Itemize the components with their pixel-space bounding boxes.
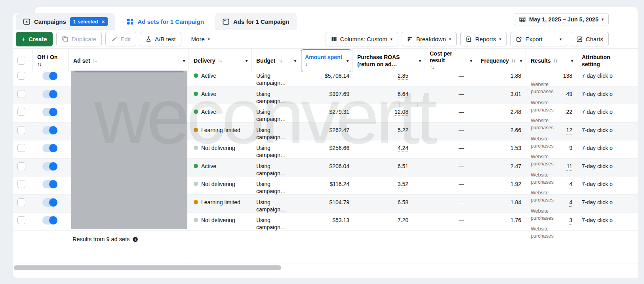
row-checkbox[interactable] xyxy=(17,108,25,116)
attribution-cell: 7-day click o xyxy=(577,213,638,240)
roas-value[interactable]: 5.22 xyxy=(398,127,408,134)
roas-value[interactable]: 6.64 xyxy=(398,91,408,98)
results-value[interactable]: 9 xyxy=(569,144,572,152)
ab-test-button[interactable]: A/B test xyxy=(140,32,181,46)
results-value[interactable]: 138 xyxy=(563,72,572,80)
on-off-toggle[interactable] xyxy=(42,90,57,98)
header-results[interactable]: Results↑↓ ▾ xyxy=(526,49,577,73)
budget-label: Budget xyxy=(256,58,275,64)
row-checkbox[interactable] xyxy=(17,144,25,152)
toolbar-right: Columns: Custom ▾ Breakdown ▾ Reports ▾ xyxy=(326,32,609,46)
chevron-down-icon: ▾ xyxy=(391,37,392,41)
on-off-toggle[interactable] xyxy=(42,162,57,171)
chevron-down-icon[interactable]: ▾ xyxy=(347,58,349,64)
chevron-down-icon[interactable]: ▾ xyxy=(470,58,472,64)
delivery-status: Learning limited xyxy=(201,199,240,206)
on-off-toggle[interactable] xyxy=(42,216,57,225)
more-button[interactable]: More ▾ xyxy=(188,32,213,46)
roas-value[interactable]: 2.85 xyxy=(398,73,408,80)
reports-button[interactable]: Reports ▾ xyxy=(460,32,507,46)
on-off-toggle[interactable] xyxy=(42,126,57,134)
header-purchase-roas[interactable]: Purchase ROAS (return on ad… ▾ xyxy=(352,49,425,73)
header-attribution[interactable]: Attribution setting xyxy=(577,49,638,73)
charts-label: Charts xyxy=(586,36,603,42)
on-off-toggle[interactable] xyxy=(42,108,57,116)
roas-value[interactable]: 3.52 xyxy=(398,181,408,188)
delivery-status-dot xyxy=(194,182,198,186)
header-off-on[interactable]: Off / On ↑↓ xyxy=(32,49,69,73)
duplicate-icon xyxy=(62,36,69,42)
select-all-checkbox[interactable] xyxy=(17,57,25,65)
export-button[interactable]: Export xyxy=(511,32,547,46)
date-range-button[interactable]: May 1, 2025 – Jun 5, 2025 ▾ xyxy=(514,13,609,25)
toolbar-left: + Create Duplicate Edit A/B test xyxy=(16,32,213,46)
tab-ads-label: Ads for 1 Campaign xyxy=(233,18,290,25)
chevron-down-icon[interactable]: ▾ xyxy=(246,58,248,64)
row-checkbox[interactable] xyxy=(17,90,25,98)
chevron-down-icon[interactable]: ▾ xyxy=(520,58,522,64)
select-all-cell xyxy=(13,49,32,73)
table-body: Active Using campaign… $5,708.14 2.85 — … xyxy=(13,68,638,231)
results-value[interactable]: 3 xyxy=(569,217,572,225)
clear-selection-icon[interactable]: × xyxy=(102,19,105,25)
edit-button[interactable]: Edit xyxy=(105,32,136,46)
row-checkbox[interactable] xyxy=(17,72,25,80)
frequency-label: Frequency xyxy=(481,58,509,64)
amount-spent-cell: $53.13 xyxy=(300,213,352,240)
header-ad-set[interactable]: Ad set↑↓ ▾ xyxy=(69,49,189,73)
create-label: Create xyxy=(29,36,47,42)
delivery-status: Active xyxy=(201,72,216,79)
roas-value[interactable]: 6.51 xyxy=(398,163,408,170)
results-value[interactable]: 49 xyxy=(566,90,572,98)
header-amount-spent[interactable]: Amount spent ↓ ▾ xyxy=(300,49,352,73)
results-value[interactable]: 22 xyxy=(566,108,572,116)
scrollbar-thumb[interactable] xyxy=(14,265,281,270)
on-off-toggle[interactable] xyxy=(42,198,57,207)
on-off-toggle[interactable] xyxy=(42,72,57,80)
chevron-down-icon[interactable]: ▾ xyxy=(294,58,296,64)
row-checkbox[interactable] xyxy=(17,162,25,170)
pencil-icon xyxy=(111,36,117,42)
duplicate-button[interactable]: Duplicate xyxy=(56,32,102,46)
tab-campaigns[interactable]: Campaigns 1 selected × xyxy=(16,13,115,30)
chevron-down-icon: ▾ xyxy=(208,37,210,41)
row-checkbox[interactable] xyxy=(17,198,25,206)
split-divider xyxy=(551,32,551,46)
chevron-down-icon[interactable]: ▾ xyxy=(419,58,421,64)
row-checkbox[interactable] xyxy=(17,126,25,134)
chevron-down-icon[interactable]: ▾ xyxy=(183,58,185,64)
delivery-status-dot xyxy=(194,109,198,114)
row-checkbox[interactable] xyxy=(17,216,25,224)
on-off-toggle[interactable] xyxy=(42,144,57,152)
sort-icon: ↑↓ xyxy=(37,61,59,68)
row-checkbox[interactable] xyxy=(17,180,25,188)
tab-ad-sets-label: Ad sets for 1 Campaign xyxy=(137,18,204,25)
charts-button[interactable]: Charts xyxy=(571,32,609,46)
roas-value[interactable]: 7.20 xyxy=(398,217,408,224)
export-options-button[interactable]: ▾ xyxy=(554,32,567,46)
roas-value[interactable]: 6.58 xyxy=(398,199,408,206)
on-off-toggle[interactable] xyxy=(42,180,57,188)
roas-value[interactable]: 12.08 xyxy=(394,109,408,116)
header-budget[interactable]: Budget↑↓ ▾ xyxy=(252,49,300,73)
duplicate-label: Duplicate xyxy=(72,36,97,42)
results-value[interactable]: 12 xyxy=(566,127,572,134)
ab-test-label: A/B test xyxy=(155,36,176,42)
columns-button[interactable]: Columns: Custom ▾ xyxy=(326,32,398,46)
header-frequency[interactable]: Frequency↑↓ ▾ xyxy=(476,49,526,73)
date-range-label: May 1, 2025 – Jun 5, 2025 xyxy=(529,16,598,23)
header-delivery[interactable]: Delivery↑↓ ▾ xyxy=(189,49,252,73)
roas-value[interactable]: 4.24 xyxy=(398,145,408,152)
breakdown-label: Breakdown xyxy=(416,36,446,42)
create-button[interactable]: + Create xyxy=(16,32,53,46)
breakdown-icon xyxy=(407,36,413,42)
results-value[interactable]: 4 xyxy=(569,199,572,207)
header-cost-per-result[interactable]: Cost per result ↑↓ ▾ xyxy=(425,49,476,73)
results-value[interactable]: 11 xyxy=(566,163,572,171)
tab-ad-sets[interactable]: Ad sets for 1 Campaign xyxy=(119,13,211,30)
breakdown-button[interactable]: Breakdown ▾ xyxy=(402,32,457,46)
ad-sets-grid-icon xyxy=(126,18,134,25)
results-value[interactable]: 4 xyxy=(569,180,572,188)
tab-ads[interactable]: Ads for 1 Campaign xyxy=(215,13,297,30)
chevron-down-icon[interactable]: ▾ xyxy=(571,58,573,64)
